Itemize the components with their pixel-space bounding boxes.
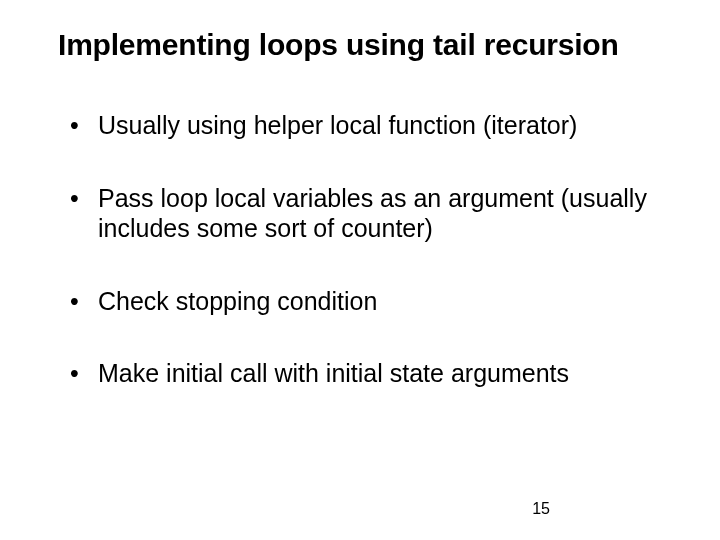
slide: Implementing loops using tail recursion … bbox=[0, 0, 720, 540]
bullet-list: Usually using helper local function (ite… bbox=[50, 110, 670, 389]
list-item: Check stopping condition bbox=[70, 286, 670, 317]
list-item: Make initial call with initial state arg… bbox=[70, 358, 670, 389]
list-item: Pass loop local variables as an argument… bbox=[70, 183, 670, 244]
list-item: Usually using helper local function (ite… bbox=[70, 110, 670, 141]
page-number: 15 bbox=[532, 500, 550, 518]
slide-title: Implementing loops using tail recursion bbox=[58, 28, 670, 62]
